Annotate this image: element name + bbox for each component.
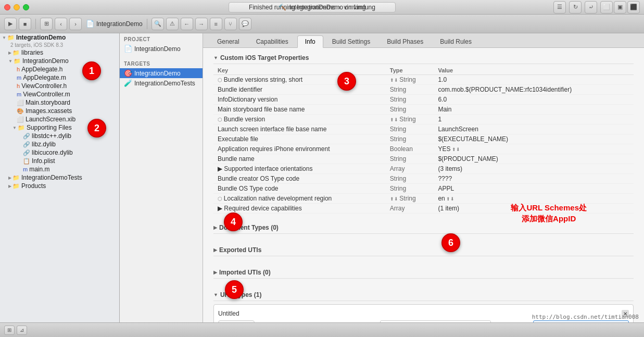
table-row: Bundle identifierStringcom.mob.$(PRODUCT… — [213, 85, 634, 95]
stepper-arrows[interactable]: ⬆⬇ — [390, 78, 400, 83]
minimize-button[interactable] — [14, 4, 20, 10]
search-btn[interactable]: 🔍 — [151, 18, 164, 30]
play-button[interactable]: ▶ — [4, 18, 17, 30]
back-btn[interactable]: ‹ — [55, 18, 67, 30]
sidebar-item-main-m[interactable]: m main.m — [0, 165, 119, 173]
supporting-folder-icon: 📁 — [18, 124, 25, 131]
forward2-btn[interactable]: → — [195, 18, 208, 30]
sidebar-item-tests[interactable]: ▶ 📁 IntegrationDemoTests — [0, 173, 119, 182]
url-types-header[interactable]: ▼ URL Types (1) — [213, 289, 634, 301]
stepper-icon[interactable]: ⬡ — [218, 77, 224, 83]
stepper-icon[interactable]: ⬡ — [218, 196, 224, 202]
xib-icon: ⬜ — [17, 116, 24, 123]
document-types-header[interactable]: ▶ Document Types (0) — [213, 222, 634, 234]
bottom-nav-btn[interactable]: ⊞ — [4, 326, 15, 335]
sidebar-root-subtitle: 2 targets, iOS SDK 8.3 — [0, 42, 119, 48]
url-schemes-input[interactable] — [533, 320, 629, 322]
warning-btn[interactable]: ⚠ — [166, 18, 179, 30]
sidebar-item-integrationdemo[interactable]: ▼ 📁 IntegrationDemo — [0, 57, 119, 65]
identifier-row: Identifier — [356, 320, 491, 322]
forward-btn[interactable]: › — [69, 18, 82, 30]
doc-types-triangle: ▶ — [213, 225, 217, 230]
titlebar-center: 🔨 IntegrationDemo › vimfung — [279, 4, 366, 11]
imported-utis-header[interactable]: ▶ Imported UTIs (0) — [213, 267, 634, 279]
sidebar-root[interactable]: ▼ 📁 IntegrationDemo — [0, 33, 119, 42]
close-button[interactable] — [4, 4, 10, 10]
panel-right-btn[interactable]: ▣ — [614, 1, 626, 14]
no-image-box: No image specified — [218, 320, 255, 322]
stepper-icon[interactable]: ⬡ — [218, 117, 224, 122]
toolbar: ▶ ■ ⊞ ‹ › 📄 IntegrationDemo 🔍 ⚠ ← → ≡ ⑂ … — [0, 15, 644, 33]
sidebar-item-images-xcassets[interactable]: 🎨 Images.xcassets — [0, 107, 119, 115]
breadcrumb: 📄 IntegrationDemo — [86, 20, 143, 28]
tab-build-rules[interactable]: Build Rules — [432, 35, 479, 47]
stepper-arrows[interactable]: ⬆⬇ — [390, 196, 400, 202]
sidebar-item-libicucore[interactable]: 🔗 libicucore.dylib — [0, 148, 119, 157]
tab-build-phases[interactable]: Build Phases — [379, 35, 431, 47]
url-types-triangle: ▼ — [213, 292, 218, 297]
exported-utis-header[interactable]: ▶ Exported UTIs — [213, 244, 634, 256]
sidebar-item-appdelegate-m[interactable]: m AppDelegate.m — [0, 73, 119, 82]
stop-button[interactable]: ■ — [19, 18, 31, 30]
back2-btn[interactable]: ← — [181, 18, 193, 30]
table-row: Bundle OS Type codeStringAPPL — [213, 184, 634, 194]
grid-view-btn[interactable]: ⊞ — [40, 18, 53, 30]
target-icon-tests: 🧪 — [124, 79, 132, 87]
list-btn[interactable]: ≡ — [210, 18, 222, 30]
target-item-main[interactable]: 🎯 IntegrationDemo — [120, 68, 203, 78]
filter-btn[interactable]: ⊿ — [17, 326, 27, 335]
imp-utis-triangle: ▶ — [213, 270, 217, 275]
sidebar-item-products[interactable]: ▶ 📁 Products — [0, 182, 119, 190]
imported-utis-section: ▶ Imported UTIs (0) — [207, 263, 640, 285]
exp-utis-triangle: ▶ — [213, 247, 217, 253]
panel-left-btn[interactable]: ⬜ — [600, 1, 613, 14]
custom-ios-header[interactable]: ▼ Custom iOS Target Properties — [213, 52, 634, 64]
sidebar-item-viewcontroller-m[interactable]: m ViewController.m — [0, 90, 119, 98]
comment-btn[interactable]: 💬 — [239, 18, 251, 30]
table-row: Main storyboard file base nameStringMain — [213, 105, 634, 115]
root-folder-icon: 📁 — [7, 34, 15, 41]
sidebar-item-libraries[interactable]: ▶ 📁 libraries — [0, 48, 119, 57]
main-layout: ▼ 📁 IntegrationDemo 2 targets, iOS SDK 8… — [0, 33, 644, 322]
m-file-icon: m — [17, 74, 21, 81]
sidebar-item-libstdc[interactable]: 🔗 libstdc++.dylib — [0, 132, 119, 140]
table-row: InfoDictionary versionString6.0 — [213, 95, 634, 105]
stepper-arrows[interactable]: ⬆⬇ — [390, 117, 400, 122]
toolbar-separator2 — [147, 19, 147, 29]
sidebar-item-main-storyboard[interactable]: ⬜ Main.storyboard — [0, 98, 119, 107]
hamburger-btn[interactable]: ☰ — [553, 1, 566, 14]
sidebar-item-launchscreen-xib[interactable]: ⬜ LaunchScreen.xib — [0, 115, 119, 123]
target-item-tests[interactable]: 🧪 IntegrationDemoTests — [120, 78, 203, 88]
url-form: No image specified Identifier Ic — [218, 320, 629, 322]
sidebar-item-info-plist[interactable]: 📋 Info.plist — [0, 157, 119, 165]
h-file-icon: h — [17, 66, 20, 72]
arrow-btn[interactable]: ⤾ — [585, 1, 597, 14]
refresh-btn[interactable]: ↻ — [569, 1, 582, 14]
tab-general[interactable]: General — [209, 35, 247, 47]
tab-build-settings[interactable]: Build Settings — [324, 35, 378, 47]
integrationdemo-folder-icon: 📁 — [14, 58, 21, 65]
file-icon: 📄 — [86, 20, 94, 28]
table-row: Bundle nameString$(PRODUCT_NAME) — [213, 154, 634, 164]
project-item-main[interactable]: 📄 IntegrationDemo — [120, 44, 203, 54]
dropdown-arrow[interactable]: ⬆⬇ — [445, 196, 455, 202]
sidebar-item-supporting-files[interactable]: ▼ 📁 Supporting Files — [0, 123, 119, 132]
dylib-icon3: 🔗 — [23, 149, 30, 156]
table-row: Launch screen interface file base nameSt… — [213, 124, 634, 134]
tab-info[interactable]: Info — [297, 35, 323, 48]
maximize-button[interactable] — [23, 4, 29, 10]
panel-full-btn[interactable]: ⬛ — [627, 1, 640, 14]
tab-capabilities[interactable]: Capabilities — [248, 35, 296, 47]
assets-icon: 🎨 — [17, 108, 24, 115]
url-schemes-row: URL Schemes — [494, 320, 629, 322]
table-row: ⬡ Bundle version⬆⬇ String1 — [213, 115, 634, 124]
identifier-input[interactable] — [380, 320, 491, 322]
project-panel: PROJECT 📄 IntegrationDemo TARGETS 🎯 Inte… — [120, 33, 203, 322]
table-row: Executable fileString$(EXECUTABLE_NAME) — [213, 134, 634, 144]
vc-h-icon: h — [17, 83, 20, 89]
sidebar-item-viewcontroller-h[interactable]: h ViewController.h — [0, 82, 119, 90]
dropdown-arrow[interactable]: ⬆⬇ — [450, 147, 460, 152]
branch-btn[interactable]: ⑂ — [224, 18, 237, 30]
sidebar-item-appdelegate-h[interactable]: h AppDelegate.h — [0, 65, 119, 73]
sidebar-item-libz[interactable]: 🔗 libz.dylib — [0, 140, 119, 148]
